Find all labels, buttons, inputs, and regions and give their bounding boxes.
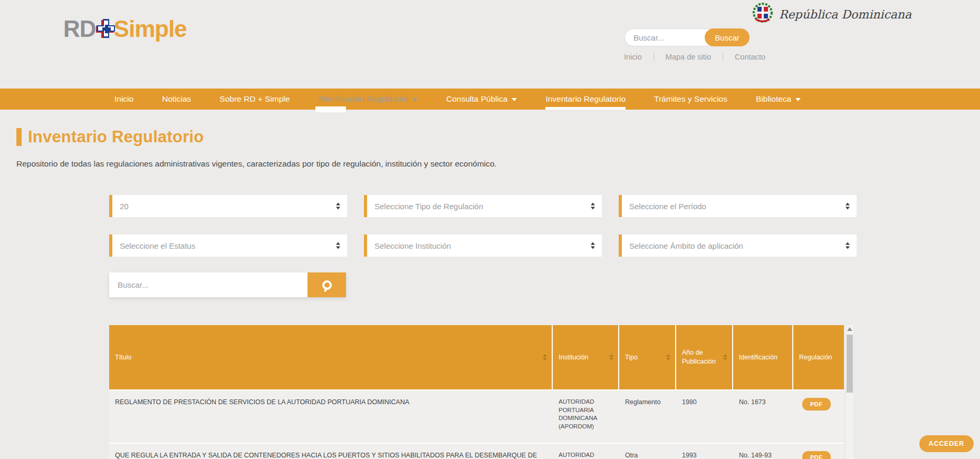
nav-item-inventario-regulatorio[interactable]: Inventario Regulatorio <box>531 89 640 110</box>
cell-tipo: Otra Disposición <box>619 444 676 459</box>
filter-select-estatus[interactable]: Seleccione el Estatus <box>109 235 347 257</box>
select-value: 20 <box>120 202 129 211</box>
brand-logo[interactable]: RD Simple <box>63 16 187 42</box>
sort-icon[interactable] <box>723 354 727 360</box>
coat-of-arms-icon <box>752 2 774 26</box>
table-header-row: Título Institución Tipo Año de Publicaci… <box>109 325 844 389</box>
select-value: Seleccione el Período <box>629 202 706 211</box>
column-label: Año de Publicación <box>682 348 721 366</box>
filter-select-tipo-regulacion[interactable]: Seleccione Tipo de Regulación <box>364 195 602 217</box>
scrollbar-up-arrow-icon[interactable] <box>847 327 852 331</box>
filter-select-institucion[interactable]: Seleccione Institución <box>364 235 602 257</box>
nav-item-noticias[interactable]: Noticias <box>148 89 205 110</box>
search-icon <box>322 280 332 290</box>
table-search <box>109 272 346 297</box>
pdf-download-button[interactable]: PDF <box>802 398 831 411</box>
column-header-identificacion: Identificación <box>733 325 793 389</box>
nav-item-label: Inventario Regulatorio <box>545 94 626 104</box>
cell-institucion: AUTORIDAD PORTUARIA DOMINICANA (APORDOM) <box>553 444 619 459</box>
column-label: Institución <box>559 353 588 362</box>
select-value: Seleccione Institución <box>374 241 451 250</box>
active-nav-indicator <box>545 107 626 110</box>
table-scrollbar[interactable] <box>846 325 853 459</box>
cell-identificacion: No. 1673 <box>733 390 793 443</box>
filter-select-ambito-aplicacion[interactable]: Seleccione Ámbito de aplicación <box>619 235 857 257</box>
logo-rd-text: RD <box>63 16 96 42</box>
cell-titulo: REGLAMENTO DE PRESTACIÓN DE SERVICIOS DE… <box>109 390 553 443</box>
sort-icon[interactable] <box>609 354 613 360</box>
site-header: RD Simple <box>0 0 980 89</box>
chevron-down-icon <box>512 98 517 101</box>
main-content: Inventario Regulatorio Repositorio de to… <box>0 128 980 459</box>
nav-item-label: Inicio <box>114 94 133 104</box>
column-header-titulo[interactable]: Título <box>109 325 553 389</box>
select-value: Seleccione Tipo de Regulación <box>374 202 483 211</box>
column-header-institucion[interactable]: Institución <box>553 325 619 389</box>
page-description: Repositorio de todas las regulaciones ad… <box>16 159 980 169</box>
select-spinner-icon <box>846 203 850 210</box>
page: RD Simple <box>0 0 980 459</box>
table-row: REGLAMENTO DE PRESTACIÓN DE SERVICIOS DE… <box>109 389 844 443</box>
chevron-down-icon <box>412 98 418 101</box>
logo-simple-text: Simple <box>114 16 187 42</box>
filter-select-periodo[interactable]: Seleccione el Período <box>619 195 857 217</box>
top-link-mapa-de-sitio[interactable]: Mapa de sitio <box>654 53 723 61</box>
pdf-download-button[interactable]: PDF <box>802 451 831 459</box>
nav-item-label: Biblioteca <box>756 94 791 104</box>
nav-item-consulta-publica[interactable]: Consulta Pública <box>432 89 531 110</box>
column-header-anio-publicacion[interactable]: Año de Publicación <box>676 325 733 389</box>
page-title: Inventario Regulatorio <box>28 128 204 147</box>
filters: 20 Seleccione Tipo de Regulación Selecci… <box>109 195 980 257</box>
main-nav: Inicio Noticias Sobre RD + Simple Planif… <box>0 89 980 110</box>
cell-regulacion: PDF <box>793 390 844 443</box>
table-search-input[interactable] <box>109 272 308 297</box>
select-spinner-icon <box>336 242 340 249</box>
select-spinner-icon <box>336 203 340 210</box>
select-value: Seleccione Ámbito de aplicación <box>629 241 743 250</box>
top-link-contacto[interactable]: Contacto <box>723 53 777 61</box>
nav-item-label: Planificación Regulatoria <box>318 94 408 104</box>
cell-anio: 1993 <box>676 444 733 459</box>
column-header-tipo[interactable]: Tipo <box>619 325 676 389</box>
table-search-button[interactable] <box>308 272 346 297</box>
top-link-inicio[interactable]: Inicio <box>624 53 654 61</box>
site-search-button[interactable]: Buscar <box>705 28 750 46</box>
select-value: Seleccione el Estatus <box>120 241 195 250</box>
cell-institucion: AUTORIDAD PORTUARIA DOMINICANA (APORDOM) <box>553 390 619 443</box>
site-search: Buscar <box>624 28 750 46</box>
column-label: Regulación <box>799 353 832 362</box>
cell-regulacion: PDF <box>793 444 844 459</box>
nav-item-tramites-y-servicios[interactable]: Trámites y Servicios <box>640 89 742 110</box>
nav-item-label: Trámites y Servicios <box>654 94 727 104</box>
nav-item-label: Noticias <box>162 94 191 104</box>
flag-plus-icon <box>96 17 115 43</box>
column-label: Título <box>115 353 131 362</box>
table-row: QUE REGULA LA ENTRADA Y SALIDA DE CONTEN… <box>109 443 844 459</box>
nav-item-planificacion-regulatoria[interactable]: Planificación Regulatoria <box>304 89 432 110</box>
nav-item-label: Sobre RD + Simple <box>219 94 290 104</box>
sort-icon[interactable] <box>543 354 547 360</box>
column-header-regulacion: Regulación <box>793 325 844 389</box>
nav-hover-indicator <box>315 106 346 112</box>
select-spinner-icon <box>591 242 595 249</box>
gov-brand: República Dominicana <box>752 2 911 26</box>
page-head: Inventario Regulatorio Repositorio de to… <box>16 128 980 169</box>
column-label: Tipo <box>625 353 638 362</box>
gov-name: República Dominicana <box>779 8 911 21</box>
sort-icon[interactable] <box>666 354 670 360</box>
cell-titulo: QUE REGULA LA ENTRADA Y SALIDA DE CONTEN… <box>109 444 553 459</box>
title-accent-bar <box>16 128 22 146</box>
nav-item-biblioteca[interactable]: Biblioteca <box>742 89 815 110</box>
scrollbar-thumb[interactable] <box>847 335 853 393</box>
cell-identificacion: No. 149-93 <box>733 444 793 459</box>
filter-select-page-size[interactable]: 20 <box>109 195 347 217</box>
nav-item-sobre-rd-simple[interactable]: Sobre RD + Simple <box>205 89 304 110</box>
select-spinner-icon <box>591 203 595 210</box>
acceder-button[interactable]: ACCEDER <box>919 435 974 452</box>
column-label: Identificación <box>739 353 777 362</box>
nav-item-label: Consulta Pública <box>446 94 507 104</box>
cell-anio: 1980 <box>676 390 733 443</box>
nav-item-inicio[interactable]: Inicio <box>100 89 148 110</box>
regulations-table: Título Institución Tipo Año de Publicaci… <box>109 325 844 459</box>
top-links: Inicio Mapa de sitio Contacto <box>624 53 777 61</box>
